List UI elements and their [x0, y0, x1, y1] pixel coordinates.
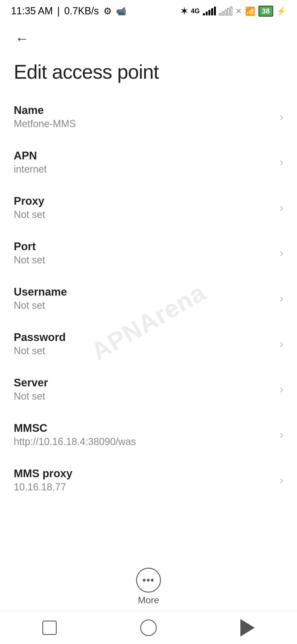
settings-item-port-content: Port Not set: [14, 240, 274, 266]
chevron-icon-username: ›: [280, 292, 283, 305]
chevron-icon-apn: ›: [280, 156, 283, 168]
settings-item-apn[interactable]: APN internet ›: [0, 140, 297, 185]
settings-item-mmsc-value: http://10.16.18.4:38090/was: [14, 436, 274, 447]
settings-item-port-value: Not set: [14, 254, 274, 266]
settings-item-name[interactable]: Name Metfone-MMS ›: [0, 94, 297, 140]
back-arrow-icon: ←: [15, 31, 29, 46]
no-signal-icon: ✕: [235, 7, 242, 16]
settings-item-username-value: Not set: [14, 300, 274, 311]
more-circle-icon: •••: [136, 568, 161, 593]
settings-item-server-value: Not set: [14, 391, 274, 402]
settings-item-mmsc[interactable]: MMSC http://10.16.18.4:38090/was ›: [0, 412, 297, 457]
network-speed-value: 0.7KB/s: [64, 5, 99, 17]
chevron-icon-mms-proxy: ›: [280, 474, 283, 486]
chevron-icon-server: ›: [280, 383, 283, 395]
settings-item-name-content: Name Metfone-MMS: [14, 104, 274, 130]
status-right: ✶ 4G ✕ 📶 38 ⚡: [181, 6, 286, 17]
top-bar: ←: [0, 22, 297, 52]
settings-item-server-content: Server Not set: [14, 376, 274, 402]
battery-indicator: 38: [258, 6, 273, 17]
settings-item-proxy[interactable]: Proxy Not set ›: [0, 185, 297, 230]
settings-item-password-content: Password Not set: [14, 331, 274, 357]
more-button[interactable]: ••• More: [136, 568, 161, 605]
status-left: 11:35 AM | 0.7KB/s ⚙ 📹: [11, 5, 126, 17]
nav-recents-button[interactable]: [38, 617, 61, 639]
settings-item-server[interactable]: Server Not set ›: [0, 367, 297, 412]
settings-item-port[interactable]: Port Not set ›: [0, 230, 297, 276]
settings-item-apn-content: APN internet: [14, 149, 274, 175]
settings-item-password-value: Not set: [14, 345, 274, 357]
nav-home-button[interactable]: [138, 617, 160, 639]
back-button[interactable]: ←: [14, 30, 30, 47]
settings-item-mms-proxy-value: 10.16.18.77: [14, 481, 274, 493]
back-icon: [240, 619, 255, 637]
chevron-icon-mmsc: ›: [280, 429, 283, 441]
status-bar: 11:35 AM | 0.7KB/s ⚙ 📹 ✶ 4G ✕ 📶 38 ⚡: [0, 0, 297, 22]
settings-item-mms-proxy-label: MMS proxy: [14, 467, 274, 480]
settings-item-password[interactable]: Password Not set ›: [0, 321, 297, 367]
settings-item-username[interactable]: Username Not set ›: [0, 276, 297, 321]
chevron-icon-port: ›: [280, 247, 283, 259]
settings-item-name-label: Name: [14, 104, 274, 116]
settings-item-mms-proxy-content: MMS proxy 10.16.18.77: [14, 467, 274, 493]
network-4g-icon: 4G: [191, 7, 200, 15]
more-label: More: [138, 595, 159, 605]
settings-item-mms-proxy[interactable]: MMS proxy 10.16.18.77 ›: [0, 457, 297, 503]
settings-list: Name Metfone-MMS › APN internet › Proxy …: [0, 94, 297, 503]
nav-back-button[interactable]: [237, 617, 258, 639]
recents-icon: [42, 621, 57, 635]
settings-icon: ⚙: [103, 6, 112, 17]
settings-item-proxy-label: Proxy: [14, 195, 274, 207]
settings-item-name-value: Metfone-MMS: [14, 118, 274, 130]
chevron-icon-proxy: ›: [280, 201, 283, 214]
signal-bars-1: [203, 7, 216, 15]
time: 11:35 AM: [11, 5, 53, 17]
settings-item-password-label: Password: [14, 331, 274, 343]
settings-item-username-label: Username: [14, 286, 274, 298]
settings-item-apn-label: APN: [14, 149, 274, 162]
signal-bars-2: [219, 7, 232, 15]
settings-item-port-label: Port: [14, 240, 274, 253]
more-dots-icon: •••: [142, 574, 155, 586]
wifi-icon: 📶: [245, 6, 255, 16]
settings-item-mmsc-content: MMSC http://10.16.18.4:38090/was: [14, 422, 274, 447]
settings-item-mmsc-label: MMSC: [14, 422, 274, 434]
settings-item-proxy-content: Proxy Not set: [14, 195, 274, 220]
network-speed: |: [57, 5, 60, 17]
settings-item-apn-value: internet: [14, 163, 274, 175]
page-title: Edit access point: [0, 52, 297, 94]
bluetooth-icon: ✶: [181, 6, 188, 16]
settings-item-server-label: Server: [14, 376, 274, 389]
settings-item-proxy-value: Not set: [14, 209, 274, 220]
settings-item-username-content: Username Not set: [14, 286, 274, 311]
navigation-bar: [0, 611, 297, 644]
chevron-icon-password: ›: [280, 338, 283, 350]
home-icon: [140, 620, 157, 636]
chevron-icon-name: ›: [280, 111, 283, 123]
camera-icon: 📹: [116, 6, 126, 16]
bolt-icon: ⚡: [276, 7, 286, 16]
